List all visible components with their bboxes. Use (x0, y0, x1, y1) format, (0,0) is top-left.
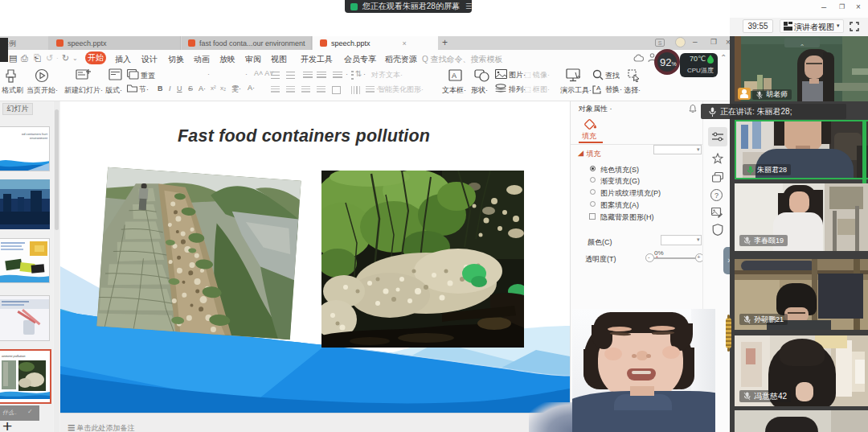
svg-text:A: A (452, 72, 457, 80)
svg-text:A: A (596, 84, 601, 92)
